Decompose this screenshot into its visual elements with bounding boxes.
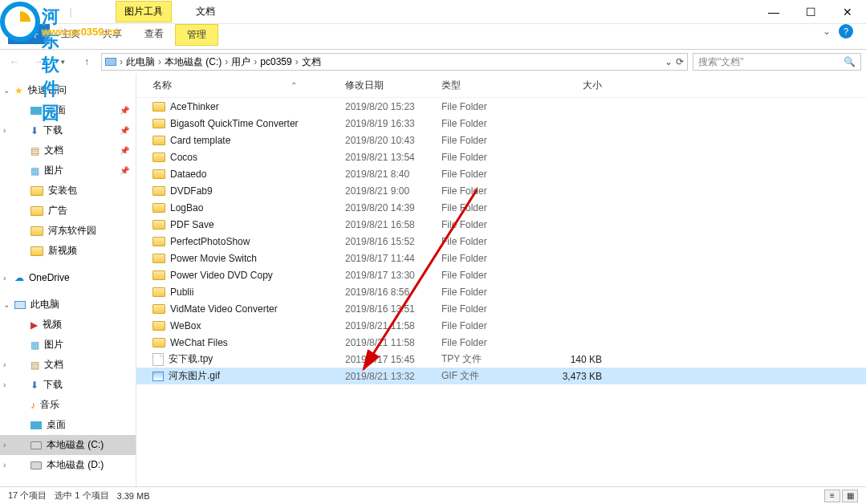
file-row[interactable]: Cocos2019/8/21 13:54File Folder [136, 148, 866, 165]
chevron-right-icon[interactable]: › [295, 56, 299, 67]
nav-drive-c[interactable]: ›本地磁盘 (C:) [0, 435, 136, 455]
file-row[interactable]: Publii2019/8/16 8:56File Folder [136, 283, 866, 300]
nav-forward-button[interactable]: → [29, 52, 48, 71]
ribbon-tab-share[interactable]: 共享 [91, 24, 133, 44]
search-input[interactable]: 搜索"文档" 🔍 [693, 53, 861, 71]
folder-icon [30, 226, 43, 236]
qat-dropdown-icon[interactable]: ▾ [43, 4, 59, 20]
file-type: File Folder [441, 303, 538, 315]
breadcrumb-user[interactable]: pc0359 [260, 56, 291, 67]
file-type: File Folder [441, 118, 538, 129]
file-row[interactable]: WeBox2019/8/21 11:58File Folder [136, 317, 866, 334]
file-row[interactable]: Dataedo2019/8/21 8:40File Folder [136, 165, 866, 182]
ribbon-tab-manage[interactable]: 管理 [175, 24, 218, 46]
context-tab-picture-tools[interactable]: 图片工具 [116, 1, 172, 22]
file-row[interactable]: AceThinker2019/8/20 15:23File Folder [136, 98, 866, 115]
file-type: File Folder [441, 219, 538, 230]
file-row[interactable]: Power Video DVD Copy2019/8/17 13:30File … [136, 266, 866, 283]
folder-icon [152, 203, 165, 213]
nav-this-pc[interactable]: ⌄此电脑 [0, 295, 136, 315]
folder-icon [152, 287, 165, 297]
nav-network[interactable]: ›⊞网络 [0, 483, 136, 486]
col-size[interactable]: 大小 [538, 79, 618, 92]
file-row[interactable]: WeChat Files2019/8/21 11:58File Folder [136, 334, 866, 351]
nav-pc-documents[interactable]: ›▤文档 [0, 355, 136, 375]
nav-pc-pictures[interactable]: ▦图片 [0, 335, 136, 355]
nav-ads[interactable]: 广告 [0, 201, 136, 221]
file-row[interactable]: PerfectPhotoShow2019/8/16 15:52File Fold… [136, 233, 866, 250]
addr-refresh-icon[interactable]: ⟳ [676, 56, 684, 67]
folder-icon [152, 304, 165, 314]
ribbon-tab-view[interactable]: 查看 [133, 24, 175, 44]
breadcrumb-drive-c[interactable]: 本地磁盘 (C:) [165, 55, 222, 69]
picture-icon: ▦ [30, 165, 39, 177]
col-date[interactable]: 修改日期 [345, 79, 441, 92]
nav-label: 文档 [44, 144, 63, 157]
window-maximize-button[interactable]: ☐ [792, 0, 829, 24]
ribbon-dropdown-icon[interactable]: ⌄ [823, 26, 831, 37]
nav-recent-dropdown[interactable]: ▾ [53, 52, 72, 71]
nav-quick-access[interactable]: ⌄★快速访问 [0, 80, 136, 100]
col-name[interactable]: 名称⌃ [136, 79, 345, 92]
nav-label: 新视频 [48, 244, 77, 258]
file-date: 2019/8/21 13:54 [345, 152, 441, 163]
view-details-button[interactable]: ≡ [824, 490, 840, 502]
folder-icon [152, 254, 165, 263]
props-icon[interactable]: ▤ [24, 4, 40, 20]
file-list[interactable]: AceThinker2019/8/20 15:23File FolderBiga… [136, 98, 866, 384]
breadcrumb-documents[interactable]: 文档 [302, 55, 321, 69]
file-type: GIF 文件 [441, 369, 538, 383]
nav-pictures[interactable]: ▦图片📌 [0, 161, 136, 181]
nav-onedrive[interactable]: ›☁OneDrive [0, 269, 136, 287]
file-row[interactable]: VidMate Video Converter2019/8/16 13:51Fi… [136, 300, 866, 317]
breadcrumb-users[interactable]: 用户 [231, 55, 250, 69]
file-row[interactable]: Power Movie Switch2019/8/17 11:44File Fo… [136, 250, 866, 266]
nav-up-button[interactable]: ↑ [77, 52, 96, 71]
window-minimize-button[interactable]: — [755, 0, 792, 24]
nav-back-button[interactable]: ← [5, 52, 24, 71]
help-icon[interactable]: ? [839, 24, 853, 39]
title-bar: ▤ ▾ | 图片工具 文档 — ☐ ✕ [0, 0, 866, 24]
nav-downloads[interactable]: ›⬇下载📌 [0, 120, 136, 140]
file-row[interactable]: Bigasoft QuickTime Converter2019/8/19 16… [136, 115, 866, 132]
drive-icon [30, 461, 42, 469]
file-date: 2019/8/19 16:33 [345, 118, 441, 129]
status-selected-size: 3.39 MB [117, 491, 150, 501]
ribbon-tab-home[interactable]: 主页 [50, 24, 91, 44]
view-icons-button[interactable]: ▦ [842, 490, 858, 502]
ribbon-tab-file[interactable]: 文件 [8, 24, 50, 44]
addr-dropdown-icon[interactable]: ⌄ [665, 56, 673, 67]
status-item-count: 17 个项目 [8, 490, 47, 502]
nav-pc-music[interactable]: ♪音乐 [0, 395, 136, 415]
file-name: 安下载.tpy [169, 352, 213, 366]
file-date: 2019/8/16 13:51 [345, 303, 441, 315]
chevron-right-icon[interactable]: › [254, 56, 257, 67]
nav-hdsoft[interactable]: 河东软件园 [0, 221, 136, 241]
breadcrumb-this-pc[interactable]: 此电脑 [126, 55, 155, 69]
search-icon[interactable]: 🔍 [844, 56, 856, 67]
quick-access-toolbar: ▤ ▾ | [0, 4, 83, 20]
nav-install[interactable]: 安装包 [0, 181, 136, 201]
file-type: File Folder [441, 101, 538, 112]
file-name: LogBao [170, 202, 203, 213]
chevron-right-icon[interactable]: › [225, 56, 228, 67]
address-bar[interactable]: › 此电脑 › 本地磁盘 (C:) › 用户 › pc0359 › 文档 ⌄ ⟳ [101, 53, 688, 71]
nav-pc-video[interactable]: ▶视频 [0, 315, 136, 335]
nav-label: 本地磁盘 (C:) [47, 438, 104, 452]
file-row[interactable]: 河东图片.gif2019/8/21 13:32GIF 文件3,473 KB [136, 368, 866, 384]
file-row[interactable]: LogBao2019/8/20 14:39File Folder [136, 199, 866, 216]
col-type[interactable]: 类型 [441, 79, 538, 92]
file-row[interactable]: 安下载.tpy2019/8/17 15:45TPY 文件140 KB [136, 351, 866, 368]
file-row[interactable]: DVDFab92019/8/21 9:00File Folder [136, 182, 866, 199]
nav-drive-d[interactable]: ›本地磁盘 (D:) [0, 455, 136, 475]
window-close-button[interactable]: ✕ [829, 0, 866, 24]
file-row[interactable]: Card template2019/8/20 10:43File Folder [136, 132, 866, 148]
nav-pc-downloads[interactable]: ›⬇下载 [0, 375, 136, 395]
chevron-right-icon[interactable]: › [120, 56, 123, 67]
nav-desktop[interactable]: 桌面📌 [0, 100, 136, 120]
chevron-right-icon[interactable]: › [158, 56, 161, 67]
nav-pc-desktop[interactable]: 桌面 [0, 415, 136, 435]
nav-newvideo[interactable]: 新视频 [0, 241, 136, 261]
file-row[interactable]: PDF Save2019/8/21 16:58File Folder [136, 216, 866, 233]
nav-documents[interactable]: ▤文档📌 [0, 140, 136, 161]
